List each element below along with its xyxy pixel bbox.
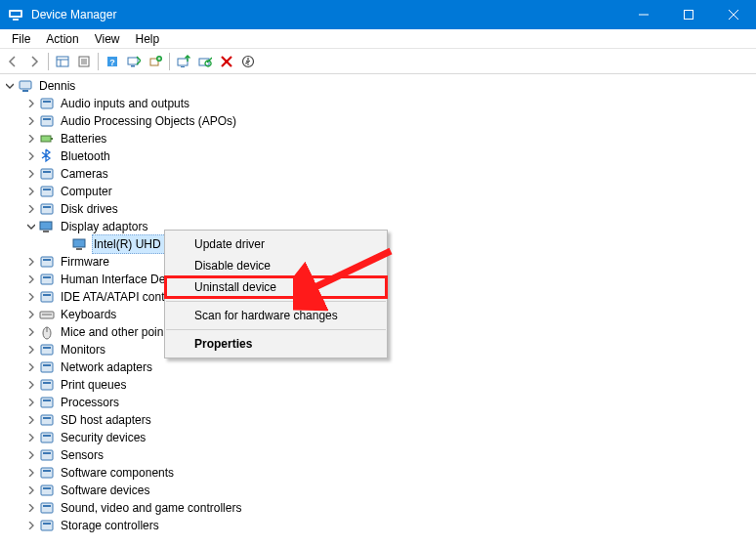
svg-rect-43 xyxy=(43,231,49,232)
close-button[interactable] xyxy=(711,0,756,29)
category-label: Audio Processing Objects (APOs) xyxy=(59,112,238,130)
expand-icon[interactable] xyxy=(25,502,37,514)
app-icon xyxy=(8,7,23,22)
forward-button[interactable] xyxy=(23,51,45,72)
category-label: Network adapters xyxy=(59,358,154,376)
ctx-separator xyxy=(166,301,386,302)
category-node[interactable]: Software components xyxy=(4,464,756,482)
expand-icon[interactable] xyxy=(25,203,37,215)
disable-device-button[interactable] xyxy=(194,51,216,72)
category-node[interactable]: Sensors xyxy=(4,446,756,464)
category-node[interactable]: Bluetooth xyxy=(4,147,756,165)
audio-icon xyxy=(39,500,55,516)
svg-rect-51 xyxy=(43,294,51,296)
expand-icon[interactable] xyxy=(25,520,37,531)
category-node[interactable]: Disk drives xyxy=(4,200,756,218)
category-node[interactable]: Processors xyxy=(4,394,756,411)
ctx-properties[interactable]: Properties xyxy=(165,333,387,355)
category-node[interactable]: Audio Processing Objects (APOs) xyxy=(4,112,756,130)
svg-rect-39 xyxy=(43,189,51,190)
category-node[interactable]: Network adapters xyxy=(4,358,756,376)
expand-icon[interactable] xyxy=(25,256,37,268)
expand-icon[interactable] xyxy=(25,133,37,145)
svg-rect-31 xyxy=(43,101,51,103)
category-label: Processors xyxy=(59,394,121,411)
expand-icon[interactable] xyxy=(25,168,37,180)
properties-button[interactable] xyxy=(73,51,95,72)
expand-icon[interactable] xyxy=(25,397,37,408)
menu-view[interactable]: View xyxy=(87,30,128,48)
category-label: Audio inputs and outputs xyxy=(59,95,191,112)
svg-rect-76 xyxy=(41,521,53,530)
menu-action[interactable]: Action xyxy=(38,30,86,48)
ctx-disable-device[interactable]: Disable device xyxy=(165,255,387,276)
ctx-scan-hardware[interactable]: Scan for hardware changes xyxy=(165,305,387,326)
category-label: Mice and other poin xyxy=(59,323,165,341)
expand-icon[interactable] xyxy=(25,274,37,285)
scan-hardware-button[interactable] xyxy=(123,51,145,72)
svg-rect-46 xyxy=(41,257,53,267)
svg-rect-7 xyxy=(57,57,68,66)
svg-rect-41 xyxy=(43,206,51,208)
titlebar: Device Manager xyxy=(0,0,756,29)
category-label: Software devices xyxy=(59,482,151,499)
category-node[interactable]: SD host adapters xyxy=(4,411,756,429)
expand-icon[interactable] xyxy=(25,467,37,479)
minimize-button[interactable] xyxy=(621,0,666,29)
uninstall-device-button[interactable] xyxy=(216,51,237,72)
category-label: IDE ATA/ATAPI cont xyxy=(59,288,166,306)
category-node[interactable]: Cameras xyxy=(4,165,756,183)
expand-icon[interactable] xyxy=(25,484,37,496)
menu-help[interactable]: Help xyxy=(128,30,168,48)
svg-rect-72 xyxy=(41,485,53,495)
enable-device-button[interactable] xyxy=(237,51,259,72)
category-node[interactable]: Software devices xyxy=(4,482,756,499)
category-node[interactable]: Computer xyxy=(4,183,756,200)
device-tree-area[interactable]: DennisAudio inputs and outputsAudio Proc… xyxy=(0,74,756,547)
expand-icon[interactable] xyxy=(25,379,37,391)
add-legacy-button[interactable] xyxy=(145,51,166,72)
expand-icon[interactable] xyxy=(25,98,37,109)
svg-rect-69 xyxy=(43,452,51,454)
printer-icon xyxy=(39,377,55,393)
expand-icon[interactable] xyxy=(25,432,37,443)
expand-icon[interactable] xyxy=(25,186,37,197)
expand-icon[interactable] xyxy=(25,414,37,426)
expand-icon[interactable] xyxy=(25,291,37,303)
collapse-icon[interactable] xyxy=(4,80,16,92)
category-label: SD host adapters xyxy=(59,411,153,429)
disk-icon xyxy=(39,201,55,217)
expand-icon[interactable] xyxy=(25,309,37,320)
menu-file[interactable]: File xyxy=(4,30,38,48)
ctx-uninstall-device[interactable]: Uninstall device xyxy=(165,276,387,298)
back-button[interactable] xyxy=(2,51,23,72)
svg-rect-28 xyxy=(20,81,31,89)
help-button[interactable]: ? xyxy=(102,51,123,72)
svg-rect-23 xyxy=(181,66,185,67)
root-node[interactable]: Dennis xyxy=(4,77,756,95)
svg-rect-50 xyxy=(41,292,53,302)
category-label: Storage controllers xyxy=(59,517,161,534)
category-node[interactable]: Sound, video and game controllers xyxy=(4,499,756,517)
category-label: Human Interface De xyxy=(59,271,167,288)
expand-icon[interactable] xyxy=(25,449,37,461)
svg-rect-47 xyxy=(43,259,51,261)
expand-icon[interactable] xyxy=(25,326,37,338)
category-node[interactable]: Security devices xyxy=(4,429,756,446)
category-node[interactable]: Print queues xyxy=(4,376,756,394)
expand-icon[interactable] xyxy=(25,150,37,162)
update-driver-button[interactable] xyxy=(173,51,194,72)
ctx-update-driver[interactable]: Update driver xyxy=(165,233,387,255)
show-hidden-button[interactable] xyxy=(52,51,73,72)
svg-rect-35 xyxy=(51,138,53,140)
svg-rect-44 xyxy=(73,239,85,247)
category-node[interactable]: Audio inputs and outputs xyxy=(4,95,756,112)
collapse-icon[interactable] xyxy=(25,221,37,232)
category-node[interactable]: Storage controllers xyxy=(4,517,756,534)
expand-icon[interactable] xyxy=(25,344,37,356)
camera-icon xyxy=(39,166,55,182)
expand-icon[interactable] xyxy=(25,115,37,127)
category-node[interactable]: Batteries xyxy=(4,130,756,147)
expand-icon[interactable] xyxy=(25,361,37,373)
maximize-button[interactable] xyxy=(666,0,711,29)
